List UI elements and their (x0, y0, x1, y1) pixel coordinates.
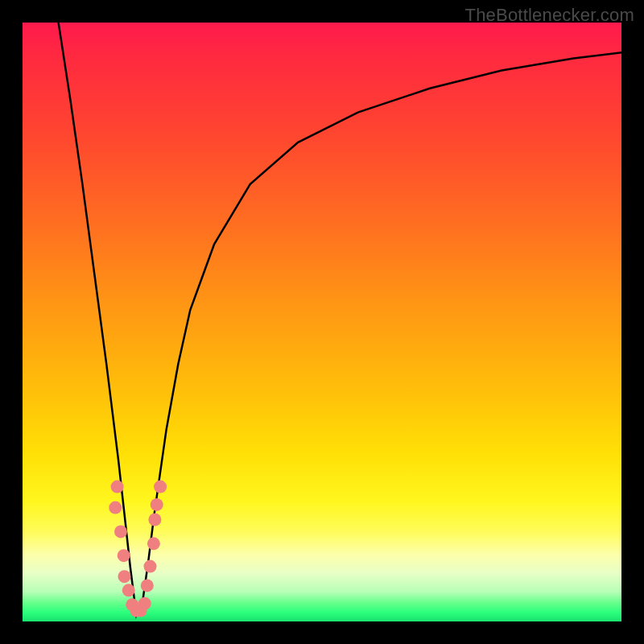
highlight-marker (154, 481, 167, 493)
bottleneck-curve (59, 23, 621, 616)
curve-layer (23, 23, 621, 621)
highlight-marker (138, 597, 151, 610)
highlight-marker (122, 584, 135, 597)
highlight-marker (144, 560, 157, 573)
highlight-marker (114, 525, 127, 538)
highlight-marker (147, 537, 160, 550)
highlight-marker (111, 481, 124, 493)
bottleneck-curve-path (59, 23, 621, 616)
highlight-marker (151, 498, 163, 511)
highlight-marker (118, 570, 131, 583)
chart-frame: TheBottlenecker.com (0, 0, 644, 644)
attribution-watermark: TheBottlenecker.com (465, 5, 634, 26)
highlight-marker (118, 549, 130, 562)
highlight-marker (148, 514, 161, 526)
highlight-marker (109, 502, 122, 514)
plot-area (23, 23, 621, 621)
highlight-marker (141, 579, 154, 592)
highlight-cluster (109, 481, 167, 617)
